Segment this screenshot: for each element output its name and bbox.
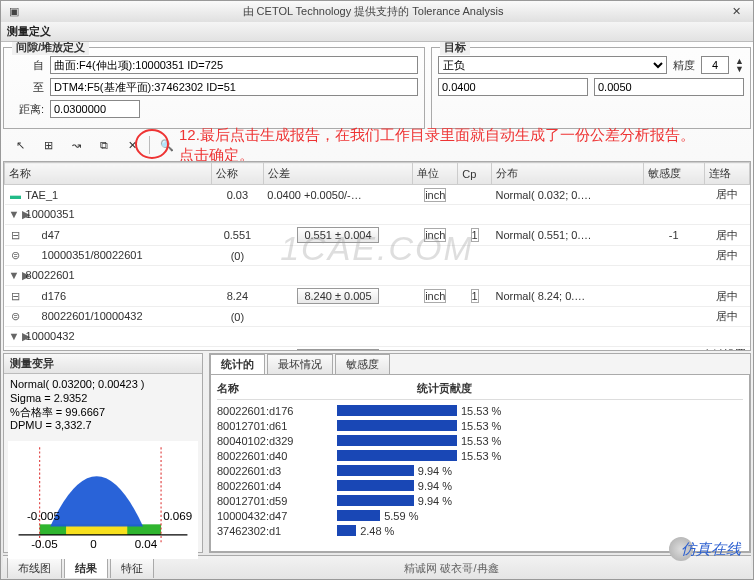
target-high-input[interactable] (594, 78, 744, 96)
svg-text:-0.005: -0.005 (27, 509, 60, 522)
target-low-input[interactable] (438, 78, 588, 96)
contribution-row[interactable]: 80022601:d39.94 % (217, 463, 743, 478)
annotation-text: 12.最后点击生成报告，在我们工作目录里面就自动生成了一份公差分析报告。点击确定… (179, 125, 699, 164)
precision-stepper-icon[interactable]: ▲▼ (735, 57, 744, 73)
stats-tab[interactable]: 敏感度 (335, 354, 390, 374)
precision-input[interactable] (701, 56, 729, 74)
table-row[interactable]: ▼ ▶ 10000432 (5, 327, 750, 347)
contribution-row[interactable]: 10000432:d475.59 % (217, 508, 743, 523)
titlebar: ▣ 由 CETOL Technology 提供支持的 Tolerance Ana… (1, 1, 753, 22)
add-box-icon[interactable]: ⊞ (37, 135, 59, 155)
variance-title: 测量变异 (4, 354, 202, 374)
target-legend: 目标 (440, 42, 470, 55)
statistics-panel: 统计的最坏情况敏感度 名称 统计贡献度 80022601:d17615.53 %… (209, 353, 751, 553)
bottom-tab[interactable]: 布线图 (7, 558, 62, 578)
contribution-row[interactable]: 80012701:d6115.53 % (217, 418, 743, 433)
contribution-row[interactable]: 37462302:d12.48 % (217, 523, 743, 538)
table-row[interactable]: ⊟ d470.630.630 ± 0.003inch1Normal( 0.63;… (5, 347, 750, 352)
to-input[interactable] (50, 78, 418, 96)
tolerance-button[interactable]: 0.551 ± 0.004 (297, 227, 378, 243)
pointer-tool-icon[interactable]: ↖ (9, 135, 31, 155)
unit-cell[interactable]: inch (424, 188, 446, 202)
col-header[interactable]: 连络 (704, 163, 749, 185)
svg-text:-0.05: -0.05 (31, 537, 57, 550)
section-measure-title: 测量定义 (1, 22, 753, 42)
contribution-row[interactable]: 80012701:d599.94 % (217, 493, 743, 508)
bottom-tab[interactable]: 结果 (64, 558, 108, 578)
cp-cell[interactable]: 1 (471, 350, 479, 351)
window-title: 由 CETOL Technology 提供支持的 Tolerance Analy… (19, 4, 727, 19)
generate-report-button[interactable]: 🔍 (156, 135, 178, 155)
variance-panel: 测量变异 Normal( 0.03200; 0.00423 ) Sigma = … (3, 353, 203, 553)
cp-cell[interactable]: 1 (471, 289, 479, 303)
tolerance-button[interactable]: 0.630 ± 0.003 (297, 349, 378, 351)
def-legend: 间隙/堆放定义 (12, 42, 89, 55)
close-icon[interactable]: ✕ (727, 5, 745, 18)
dist-input[interactable] (50, 100, 140, 118)
gap-stack-definition: 间隙/堆放定义 自 至 距离: (3, 47, 425, 129)
bottom-tab[interactable]: 特征 (110, 558, 154, 578)
precision-label: 精度 (673, 58, 695, 73)
table-row[interactable]: ▼ ▶ 80022601 (5, 266, 750, 286)
table-row[interactable]: ⊟ d1768.248.240 ± 0.005inch1Normal( 8.24… (5, 286, 750, 307)
variance-yield: %合格率 = 99.6667 (10, 406, 196, 420)
app-icon: ▣ (9, 5, 19, 18)
contribution-row[interactable]: 80022601:d17615.53 % (217, 403, 743, 418)
from-input[interactable] (50, 56, 418, 74)
col-header[interactable]: 公差 (263, 163, 412, 185)
footer-center: 精诚网 破衣哥/冉鑫 (156, 561, 747, 576)
svg-text:0.04: 0.04 (135, 537, 158, 550)
variance-sigma: Sigma = 2.9352 (10, 392, 196, 406)
tolerance-button[interactable]: 8.240 ± 0.005 (297, 288, 378, 304)
table-row[interactable]: ▼ ▶ 10000351 (5, 205, 750, 225)
unit-cell[interactable]: inch (424, 350, 446, 351)
variance-dpmu: DPMU = 3,332.7 (10, 419, 196, 433)
contribution-row[interactable]: 80040102:d32915.53 % (217, 433, 743, 448)
contrib-header-name: 名称 (217, 381, 337, 396)
copy-icon[interactable]: ⧉ (93, 135, 115, 155)
svg-text:0: 0 (90, 537, 96, 550)
contribution-row[interactable]: 80022601:d4015.53 % (217, 448, 743, 463)
table-row[interactable]: ⊜ 10000351/80022601(0)居中 (5, 246, 750, 266)
variance-dist: Normal( 0.03200; 0.00423 ) (10, 378, 196, 392)
unit-cell[interactable]: inch (424, 289, 446, 303)
dist-label: 距离: (10, 102, 44, 117)
target-type-select[interactable]: 正负 (438, 56, 667, 74)
delete-icon[interactable]: ✕ (121, 135, 143, 155)
feature-table[interactable]: 1CAE.COM 名称公称公差单位Cp分布敏感度连络 ▬ TAE_10.030.… (3, 161, 751, 351)
stats-tab[interactable]: 统计的 (210, 354, 265, 374)
distribution-plot: -0.005 0.069 -0.05 0 0.04 (8, 441, 198, 559)
contrib-header-value: 统计贡献度 (337, 381, 517, 396)
table-row[interactable]: ⊜ 80022601/10000432(0)居中 (5, 307, 750, 327)
col-header[interactable]: 名称 (5, 163, 212, 185)
svg-text:0.069: 0.069 (163, 509, 192, 522)
table-row[interactable]: ▬ TAE_10.030.0400 +0.0050/-…inchNormal( … (5, 185, 750, 205)
from-label: 自 (10, 58, 44, 73)
brand-watermark: 仿真在线 (681, 540, 741, 559)
context-menu-hint: 右键设置 默认选项 (702, 342, 746, 351)
cp-cell[interactable]: 1 (471, 228, 479, 242)
target-box: 目标 正负 精度 ▲▼ (431, 47, 751, 129)
stats-tabs: 统计的最坏情况敏感度 (210, 354, 750, 374)
unit-cell[interactable]: inch (424, 228, 446, 242)
link-icon[interactable]: ↝ (65, 135, 87, 155)
col-header[interactable]: 分布 (491, 163, 643, 185)
col-header[interactable]: 单位 (413, 163, 458, 185)
col-header[interactable]: 公称 (212, 163, 264, 185)
table-row[interactable]: ⊟ d470.5510.551 ± 0.004inch1Normal( 0.55… (5, 225, 750, 246)
contribution-row[interactable]: 80022601:d49.94 % (217, 478, 743, 493)
to-label: 至 (10, 80, 44, 95)
col-header[interactable]: 敏感度 (643, 163, 704, 185)
stats-tab[interactable]: 最坏情况 (267, 354, 333, 374)
col-header[interactable]: Cp (458, 163, 492, 185)
